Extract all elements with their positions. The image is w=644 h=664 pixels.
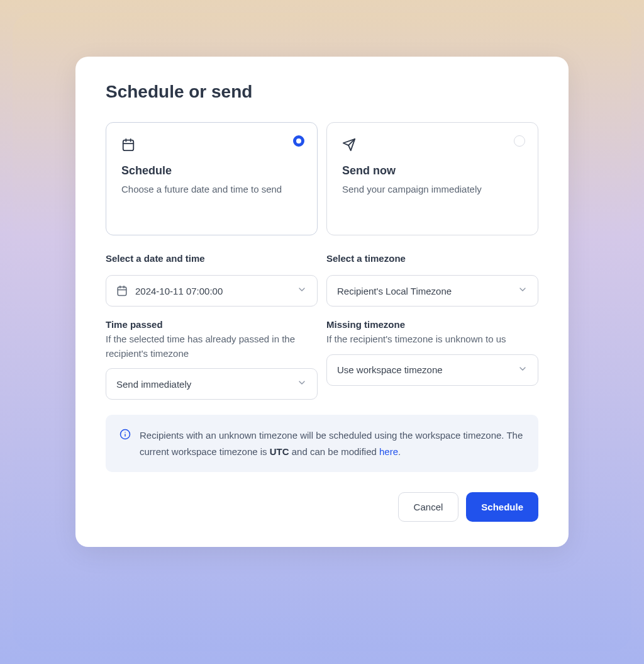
form-grid: Select a date and time 2024-10-11 07:00:… (106, 253, 538, 400)
info-here-link[interactable]: here (379, 446, 398, 457)
send-icon (342, 138, 523, 154)
info-text-end: . (398, 446, 401, 457)
info-banner: Recipients with an unknown timezone will… (106, 415, 538, 472)
schedule-button[interactable]: Schedule (466, 492, 538, 522)
missing-timezone-value: Use workspace timezone (337, 364, 518, 375)
datetime-label: Select a date and time (106, 253, 318, 264)
datetime-value: 2024-10-11 07:00:00 (135, 286, 297, 296)
chevron-down-icon (297, 378, 307, 390)
field-datetime: Select a date and time 2024-10-11 07:00:… (106, 253, 318, 307)
svg-rect-0 (123, 140, 134, 151)
option-schedule-title: Schedule (121, 164, 302, 177)
option-send-now-description: Send your campaign immediately (342, 183, 523, 197)
schedule-modal: Schedule or send Schedule Choose a futur… (75, 57, 569, 547)
datetime-input[interactable]: 2024-10-11 07:00:00 (106, 275, 318, 307)
field-time-passed: Time passed If the selected time has alr… (106, 319, 318, 400)
chevron-down-icon (297, 284, 307, 297)
missing-timezone-label: Missing timezone (326, 319, 538, 330)
option-cards: Schedule Choose a future date and time t… (106, 122, 538, 235)
time-passed-label: Time passed (106, 319, 318, 330)
timezone-value: Recipient's Local Timezone (337, 286, 518, 296)
missing-timezone-input[interactable]: Use workspace timezone (326, 354, 538, 386)
radio-schedule[interactable] (293, 135, 304, 147)
missing-timezone-helper: If the recipient's timezone is unknown t… (326, 332, 538, 347)
timezone-label: Select a timezone (326, 253, 538, 264)
chevron-down-icon (518, 364, 528, 376)
field-timezone: Select a timezone Recipient's Local Time… (326, 253, 538, 307)
chevron-down-icon (518, 284, 528, 297)
radio-send-now[interactable] (514, 135, 525, 147)
field-missing-timezone: Missing timezone If the recipient's time… (326, 319, 538, 400)
option-schedule[interactable]: Schedule Choose a future date and time t… (106, 122, 318, 235)
page-backdrop: Schedule or send Schedule Choose a futur… (13, 13, 631, 651)
time-passed-helper: If the selected time has already passed … (106, 332, 318, 361)
timezone-input[interactable]: Recipient's Local Timezone (326, 275, 538, 307)
option-send-now-title: Send now (342, 164, 523, 177)
time-passed-value: Send immediately (116, 379, 297, 390)
calendar-small-icon (116, 285, 128, 296)
info-text-after: and can be modified (289, 446, 379, 457)
modal-footer: Cancel Schedule (106, 492, 538, 522)
svg-rect-6 (118, 287, 126, 296)
info-icon (119, 429, 131, 442)
info-timezone: UTC (270, 446, 289, 457)
calendar-icon (121, 138, 302, 154)
modal-title: Schedule or send (106, 82, 538, 102)
option-send-now[interactable]: Send now Send your campaign immediately (326, 122, 538, 235)
time-passed-input[interactable]: Send immediately (106, 368, 318, 400)
option-schedule-description: Choose a future date and time to send (121, 183, 302, 197)
cancel-button[interactable]: Cancel (398, 492, 459, 522)
info-text: Recipients with an unknown timezone will… (140, 427, 525, 459)
